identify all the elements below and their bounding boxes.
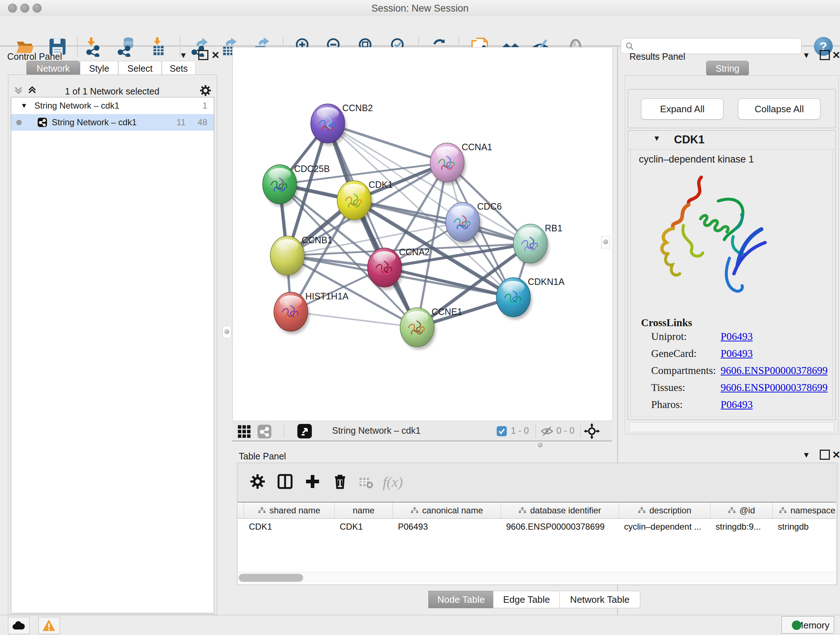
network-options-gear-icon[interactable]	[199, 84, 212, 97]
cloud-status-button[interactable]	[8, 617, 30, 634]
node-RB1[interactable]	[513, 224, 547, 263]
table-cell[interactable]: 9606.ENSP00000378699	[501, 519, 619, 534]
node-HIST1H1A[interactable]	[274, 292, 308, 331]
tab-sets[interactable]: Sets	[162, 61, 196, 76]
table-hscrollbar-thumb[interactable]	[239, 574, 303, 582]
table-cell[interactable]: cyclin–dependent ...	[619, 519, 710, 534]
main-toolbar: ?	[0, 16, 840, 46]
gene-header-row[interactable]: ▼ CDK1	[628, 130, 835, 149]
node-CCNA1[interactable]	[430, 143, 464, 182]
right-splitter-handle[interactable]	[601, 236, 610, 249]
node-label-CCNB2: CCNB2	[342, 103, 373, 113]
tab-style[interactable]: Style	[80, 61, 118, 76]
grid-view-icon[interactable]	[237, 424, 251, 439]
tab-select[interactable]: Select	[118, 61, 162, 76]
collapse-all-chevron-icon[interactable]	[13, 85, 24, 96]
table-cell[interactable]: stringdb:9...	[711, 519, 772, 534]
tab-network[interactable]: Network	[27, 61, 80, 76]
results-panel-float-icon[interactable]	[820, 50, 830, 60]
results-panel-close-icon[interactable]: ✕	[832, 49, 840, 61]
table-panel-float-icon[interactable]	[820, 450, 830, 460]
network-current-dot	[16, 120, 22, 125]
table-panel-menu-icon[interactable]: ▼	[802, 450, 810, 460]
horizontal-splitter-handle[interactable]	[538, 442, 543, 448]
network-row-selected[interactable]: String Network – cdk1 11 48	[11, 114, 214, 131]
left-splitter-handle[interactable]	[223, 326, 231, 338]
column-header-canonical name[interactable]: canonical name	[393, 502, 501, 518]
node-CCNB1[interactable]	[270, 236, 304, 275]
tab-edge-table[interactable]: Edge Table	[493, 591, 560, 608]
control-panel-float-icon[interactable]	[198, 50, 208, 60]
table-options-gear-icon[interactable]	[249, 473, 266, 490]
expand-all-chevron-icon[interactable]	[27, 85, 38, 96]
memory-button[interactable]: Memory	[782, 616, 834, 633]
node-table-header[interactable]: shared namenamecanonical namedatabase id…	[238, 502, 836, 519]
node-CCNA2[interactable]	[368, 248, 401, 287]
column-header-shared name[interactable]: shared name	[244, 502, 335, 518]
column-header-description[interactable]: description	[619, 502, 711, 518]
column-type-icon	[728, 507, 736, 514]
control-panel-menu-icon[interactable]: ▼	[180, 51, 187, 60]
import-table-file-icon[interactable]	[148, 36, 168, 57]
node-CDK1[interactable]	[337, 181, 371, 220]
crosslink-link[interactable]: P06493	[721, 348, 753, 359]
selected-checkbox-icon[interactable]	[497, 426, 507, 436]
column-header-namespace[interactable]: namespace	[773, 502, 840, 518]
crosslink-label: Compartments:	[651, 364, 716, 376]
node-CDC6[interactable]	[446, 203, 480, 241]
table-cell[interactable]: CDK1	[335, 519, 393, 534]
birds-eye-view-icon[interactable]	[297, 424, 312, 439]
window-title: Session: New Session	[0, 3, 840, 14]
network-collection-row[interactable]: ▼ String Network – cdk1 1	[11, 97, 214, 114]
gene-collapse-icon[interactable]: ▼	[653, 134, 660, 143]
results-panel-menu-icon[interactable]: ▼	[802, 51, 810, 60]
cloud-icon	[11, 619, 26, 631]
crosslink-link[interactable]: P06493	[721, 399, 753, 410]
network-view-mode-icon[interactable]	[257, 424, 271, 439]
collection-count: 1	[202, 97, 207, 114]
crosslink-link[interactable]: P06493	[721, 331, 753, 342]
expand-all-button[interactable]: Expand All	[641, 98, 723, 119]
edge-CCNE1-HIST1H1A[interactable]	[291, 312, 417, 327]
tab-string[interactable]: String	[706, 61, 749, 76]
string-network-graph[interactable]: CCNB2CCNA1CDC25BCDK1CDC6RB1CCNB1CCNA2CDK…	[233, 48, 613, 421]
column-type-icon	[638, 507, 646, 514]
network-view-canvas[interactable]: CCNB2CCNA1CDC25BCDK1CDC6RB1CCNB1CCNA2CDK…	[232, 47, 613, 421]
node-label-CDC25B: CDC25B	[294, 164, 330, 174]
warning-status-button[interactable]	[38, 617, 60, 634]
table-cell[interactable]	[238, 519, 243, 534]
results-panel-scrollbar[interactable]	[629, 422, 834, 432]
table-cell[interactable]: CDK1	[244, 519, 334, 534]
node-CDC25B[interactable]	[263, 165, 297, 204]
delete-column-icon[interactable]	[332, 473, 349, 490]
fit-selected-crosshair-icon[interactable]	[584, 423, 600, 439]
node-label-CCNA2: CCNA2	[399, 247, 430, 257]
import-network-database-icon[interactable]	[116, 36, 136, 57]
memory-status-dot	[792, 621, 801, 630]
crosslink-link[interactable]: 9606.ENSP00000378699	[721, 382, 828, 394]
collection-expand-icon[interactable]: ▼	[21, 97, 27, 114]
column-header-label: name	[353, 505, 374, 516]
column-header-@id[interactable]: @id	[711, 502, 773, 518]
network-list: ▼ String Network – cdk1 1 String Network…	[11, 97, 214, 613]
tab-node-table[interactable]: Node Table	[428, 591, 494, 608]
column-header-gutter[interactable]	[238, 502, 244, 518]
collapse-all-button[interactable]: Collapse All	[738, 98, 821, 119]
node-CCNE1[interactable]	[400, 308, 434, 347]
table-hscrollbar-track[interactable]	[238, 572, 836, 583]
crosslink-row: Uniprot:P06493	[651, 331, 825, 342]
table-cell[interactable]: P06493	[393, 519, 501, 534]
crosslink-link[interactable]: 9606.ENSP00000378699	[721, 364, 828, 377]
table-panel-close-icon[interactable]: ✕	[832, 449, 840, 461]
tab-network-table[interactable]: Network Table	[559, 591, 640, 608]
table-cell[interactable]: stringdb	[773, 519, 840, 534]
add-column-icon[interactable]	[304, 473, 321, 490]
table-panel-title: Table Panel	[239, 451, 286, 462]
control-panel-close-icon[interactable]: ✕	[211, 49, 219, 61]
node-CCNB2[interactable]	[311, 104, 345, 143]
column-header-name[interactable]: name	[335, 502, 393, 518]
column-header-database identifier[interactable]: database identifier	[501, 502, 619, 518]
show-columns-icon[interactable]	[276, 473, 294, 490]
node-CDKN1A[interactable]	[496, 278, 531, 317]
import-network-file-icon[interactable]	[84, 36, 104, 57]
